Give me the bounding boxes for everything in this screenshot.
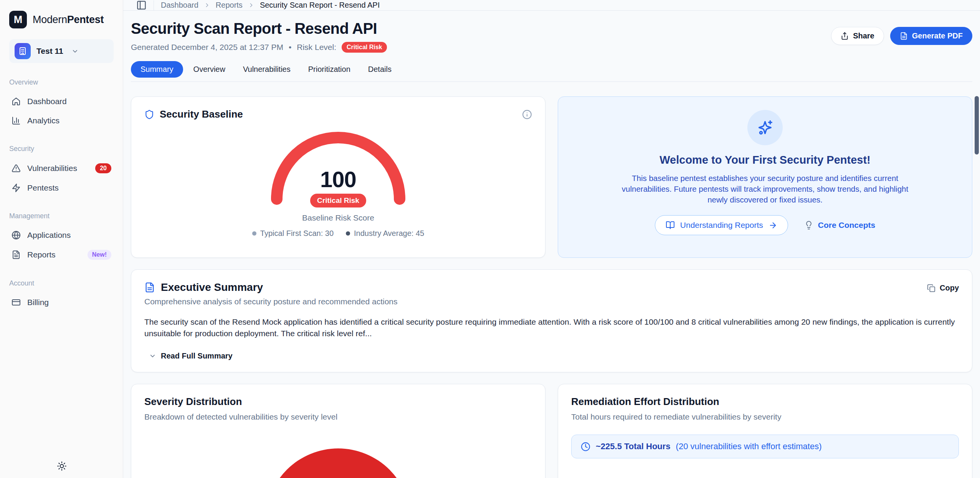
sidebar-toggle-icon[interactable] (136, 0, 147, 10)
severity-pie-chart (266, 448, 411, 478)
exec-head: Executive Summary Comprehensive analysis… (144, 281, 959, 306)
brand-logo: M (9, 11, 27, 28)
total-hours-note: (20 vulnerabilities with effort estimate… (676, 441, 822, 451)
tab-summary[interactable]: Summary (131, 61, 183, 78)
breadcrumb: Dashboard Reports Security Scan Report -… (161, 1, 380, 10)
sidebar-item-label: Billing (27, 298, 49, 307)
alert-triangle-icon (12, 164, 21, 173)
workspace-selector[interactable]: Test 11 (9, 39, 114, 63)
credit-card-icon (12, 298, 21, 307)
workspace-name: Test 11 (36, 46, 63, 56)
welcome-ctas: Understanding Reports Core Concepts (655, 215, 875, 235)
theme-toggle-sun-icon[interactable] (57, 461, 67, 473)
zap-icon (12, 183, 21, 193)
file-text-icon (12, 250, 21, 259)
globe-icon (12, 231, 21, 240)
tab-vulnerabilities[interactable]: Vulnerabilities (236, 61, 298, 78)
sidebar-item-dashboard[interactable]: Dashboard (9, 93, 114, 110)
page-head-left: Security Scan Report - Resend API Genera… (131, 20, 387, 53)
sparkles-icon (747, 110, 783, 145)
total-hours-value: ~225.5 Total Hours (596, 441, 671, 451)
brand-name-regular: Modern (33, 14, 67, 25)
legend-label: Typical First Scan: 30 (260, 229, 334, 238)
breadcrumb-current: Security Scan Report - Resend API (260, 1, 380, 10)
baseline-title-row: Security Baseline (144, 108, 243, 120)
tab-prioritization[interactable]: Prioritization (301, 61, 358, 78)
remediation-card-title: Remediation Effort Distribution (571, 396, 959, 408)
generate-pdf-button[interactable]: Generate PDF (890, 27, 972, 45)
meta-separator: • (289, 43, 291, 52)
legend-dot (346, 231, 350, 236)
sidebar-item-billing[interactable]: Billing (9, 294, 114, 311)
legend-dot (252, 231, 256, 236)
exec-subtitle: Comprehensive analysis of security postu… (144, 297, 398, 306)
severity-card-subtitle: Breakdown of detected vulnerabilities by… (144, 412, 532, 422)
legend-label: Industry Average: 45 (354, 229, 424, 238)
share-button[interactable]: Share (831, 27, 884, 45)
legend-typical-first-scan: Typical First Scan: 30 (252, 229, 334, 238)
baseline-card-title: Security Baseline (160, 108, 243, 120)
copy-button-label: Copy (940, 284, 959, 292)
core-concepts-button[interactable]: Core Concepts (804, 221, 875, 230)
share-icon (841, 32, 849, 40)
read-full-summary-button[interactable]: Read Full Summary (144, 352, 959, 360)
generate-pdf-label: Generate PDF (912, 32, 963, 40)
breadcrumb-dashboard[interactable]: Dashboard (161, 1, 198, 10)
page-title: Security Scan Report - Resend API (131, 20, 387, 37)
sidebar-item-analytics[interactable]: Analytics (9, 112, 114, 129)
copy-button[interactable]: Copy (927, 284, 959, 292)
app-root: M ModernPentest Test 11 Overview Dashboa… (0, 0, 980, 478)
file-icon (900, 32, 908, 40)
gauge-risk-badge: Critical Risk (310, 194, 366, 207)
exec-body-text: The security scan of the Resend Mock app… (144, 316, 959, 339)
head-actions: Share Generate PDF (831, 27, 972, 45)
section-label: Account (9, 279, 114, 287)
severity-distribution-card: Severity Distribution Breakdown of detec… (131, 384, 545, 478)
generated-date: Generated December 4, 2025 at 12:37 PM (131, 43, 283, 52)
building-icon (15, 43, 31, 59)
sidebar-item-label: Pentests (27, 183, 59, 193)
reports-new-badge: New! (88, 250, 111, 260)
breadcrumb-reports[interactable]: Reports (216, 1, 243, 10)
chevron-right-icon (248, 2, 255, 8)
main-area: Dashboard Reports Security Scan Report -… (123, 0, 980, 478)
topbar: Dashboard Reports Security Scan Report -… (123, 0, 980, 11)
sidebar-item-pentests[interactable]: Pentests (9, 179, 114, 197)
section-label: Overview (9, 78, 114, 86)
risk-level-badge: Critical Risk (342, 42, 387, 53)
copy-icon (927, 284, 935, 292)
severity-card-title: Severity Distribution (144, 396, 532, 408)
tabs-divider (131, 81, 972, 82)
tab-overview[interactable]: Overview (186, 61, 233, 78)
sidebar-item-reports[interactable]: Reports New! (9, 246, 114, 264)
risk-score-gauge: 100 Critical Risk Baseline Risk Score (265, 128, 411, 219)
summary-top-row: Security Baseline 100 Critical Risk Base… (131, 96, 972, 258)
understanding-reports-button[interactable]: Understanding Reports (655, 215, 788, 235)
vertical-scrollbar-thumb[interactable] (975, 96, 979, 154)
remediation-effort-card: Remediation Effort Distribution Total ho… (558, 384, 972, 478)
info-icon[interactable] (522, 110, 532, 120)
risk-score-value: 100 (265, 166, 411, 192)
vulnerabilities-count-badge: 20 (95, 163, 111, 173)
section-label: Security (9, 145, 114, 153)
gauge-legend: Typical First Scan: 30 Industry Average:… (144, 229, 532, 238)
exec-title: Executive Summary (161, 281, 263, 294)
security-baseline-card: Security Baseline 100 Critical Risk Base… (131, 96, 545, 258)
gauge-badge-row: Critical Risk (265, 194, 411, 207)
chevron-right-icon (204, 2, 210, 8)
bar-chart-icon (12, 116, 21, 125)
lightbulb-icon (804, 221, 813, 230)
tab-details[interactable]: Details (361, 61, 399, 78)
exec-title-row: Executive Summary (144, 281, 398, 294)
summary-bottom-row: Severity Distribution Breakdown of detec… (131, 384, 972, 478)
total-hours-banner: ~225.5 Total Hours (20 vulnerabilities w… (571, 435, 959, 458)
sidebar-item-label: Vulnerabilities (27, 164, 77, 173)
sidebar-item-vulnerabilities[interactable]: Vulnerabilities 20 (9, 159, 114, 178)
shield-icon (144, 110, 154, 120)
understanding-reports-label: Understanding Reports (680, 221, 763, 230)
read-full-summary-label: Read Full Summary (161, 352, 233, 360)
clock-icon (581, 442, 590, 451)
chevron-down-icon (71, 48, 79, 55)
sidebar-item-applications[interactable]: Applications (9, 226, 114, 244)
welcome-title: Welcome to Your First Security Pentest! (659, 154, 871, 166)
